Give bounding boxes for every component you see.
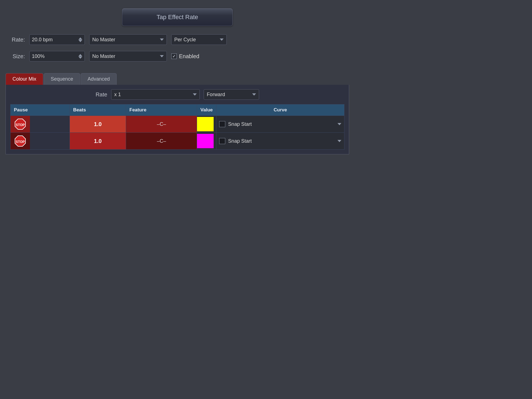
row1-feature-cell: –C–: [126, 116, 197, 133]
panel-rate-value: x 1: [114, 92, 193, 98]
row1-curve-checkbox[interactable]: [219, 121, 225, 127]
row1-pause-cell: STOP: [11, 116, 70, 133]
size-master-value: No Master: [92, 53, 160, 59]
size-master-dropdown-arrow: [160, 55, 164, 57]
table-row: STOP 1.0 –C– Snap Start: [11, 133, 344, 150]
rate-bpm-up-arrow[interactable]: [78, 37, 82, 40]
sequence-panel: Rate x 1 Forward Pause Beats Feature Val…: [6, 85, 349, 154]
row1-curve-cell: Snap Start: [216, 116, 344, 133]
panel-rate-dropdown[interactable]: x 1: [111, 89, 200, 100]
row2-curve-checkbox[interactable]: [219, 138, 225, 144]
row2-pause-cell: STOP: [11, 133, 70, 150]
svg-text:STOP: STOP: [16, 140, 25, 144]
size-param-row: Size: 100% No Master ✓ Enabled: [6, 51, 349, 62]
row2-color-swatch: [197, 134, 214, 148]
enabled-checkbox[interactable]: ✓: [171, 53, 177, 59]
rate-param-row: Rate: 20.0 bpm No Master Per Cycle: [6, 34, 349, 45]
table-row: STOP 1.0 –C– Snap Start: [11, 116, 344, 133]
size-percent-up-arrow[interactable]: [78, 54, 82, 56]
row1-value-cell[interactable]: [197, 116, 216, 133]
stop-sign-icon: STOP: [14, 118, 27, 131]
panel-direction-dropdown-arrow: [252, 93, 256, 96]
row1-curve-container: Snap Start: [216, 116, 344, 132]
svg-text:STOP: STOP: [16, 123, 25, 127]
stop-sign-icon: STOP: [14, 135, 27, 147]
rate-master-dropdown[interactable]: No Master: [89, 34, 167, 45]
size-percent-arrows: [78, 54, 82, 59]
panel-direction-dropdown[interactable]: Forward: [204, 89, 259, 100]
size-percent-down-arrow[interactable]: [78, 57, 82, 59]
tab-sequence[interactable]: Sequence: [44, 73, 80, 85]
tabs-row: Colour Mix Sequence Advanced: [6, 73, 117, 85]
rate-bpm-down-arrow[interactable]: [78, 40, 82, 42]
main-container: Tap Effect Rate Rate: 20.0 bpm No Master…: [6, 6, 349, 154]
size-master-dropdown[interactable]: No Master: [89, 51, 167, 62]
col-pause: Pause: [11, 104, 70, 116]
col-value: Value: [197, 104, 216, 116]
row2-curve-cell: Snap Start: [216, 133, 344, 150]
rate-bpm-spinbox[interactable]: 20.0 bpm: [29, 34, 85, 45]
panel-rate-dropdown-arrow: [193, 93, 197, 96]
rate-master-value: No Master: [92, 37, 160, 43]
tap-effect-rate-button[interactable]: Tap Effect Rate: [122, 8, 233, 26]
col-curve: Curve: [216, 104, 344, 116]
tap-btn-row: Tap Effect Rate: [6, 8, 349, 26]
tab-advanced[interactable]: Advanced: [81, 73, 117, 85]
rate-master-dropdown-arrow: [160, 39, 164, 41]
tab-colour-mix[interactable]: Colour Mix: [6, 73, 43, 85]
rate-percycle-dropdown-arrow: [220, 39, 224, 41]
sequence-table: Pause Beats Feature Value Curve STOP: [10, 104, 344, 150]
row1-stop-button[interactable]: STOP: [11, 116, 30, 132]
checkbox-checkmark: ✓: [172, 54, 176, 58]
enabled-checkbox-wrapper[interactable]: ✓ Enabled: [171, 53, 199, 60]
rate-label: Rate:: [6, 37, 25, 43]
panel-direction-value: Forward: [207, 92, 252, 98]
row2-beats-cell: 1.0: [70, 133, 126, 150]
size-percent-value: 100%: [32, 53, 78, 59]
panel-rate-row: Rate x 1 Forward: [10, 89, 344, 100]
rate-percycle-value: Per Cycle: [174, 37, 220, 43]
rate-percycle-dropdown[interactable]: Per Cycle: [171, 34, 227, 45]
table-header-row: Pause Beats Feature Value Curve: [11, 104, 344, 116]
enabled-label: Enabled: [179, 53, 199, 60]
row2-feature-cell: –C–: [126, 133, 197, 150]
size-label: Size:: [6, 53, 25, 60]
size-percent-spinbox[interactable]: 100%: [29, 51, 85, 62]
row2-curve-container: Snap Start: [216, 133, 344, 149]
row1-color-swatch: [197, 117, 214, 131]
row2-stop-button[interactable]: STOP: [11, 133, 30, 149]
col-beats: Beats: [70, 104, 126, 116]
row2-curve-label: Snap Start: [228, 138, 335, 144]
row1-beats-cell: 1.0: [70, 116, 126, 133]
rate-bpm-value: 20.0 bpm: [32, 37, 78, 43]
row2-curve-dropdown-arrow[interactable]: [337, 140, 341, 142]
enabled-row: ✓ Enabled: [171, 53, 199, 60]
row1-curve-dropdown-arrow[interactable]: [337, 123, 341, 125]
row1-curve-label: Snap Start: [228, 121, 335, 127]
rate-bpm-arrows: [78, 37, 82, 42]
col-feature: Feature: [126, 104, 197, 116]
row2-value-cell[interactable]: [197, 133, 216, 150]
panel-rate-label: Rate: [96, 91, 107, 98]
